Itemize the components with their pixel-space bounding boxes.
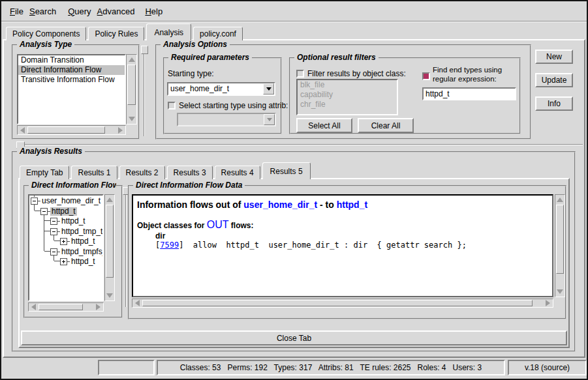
list-item-disabled: capability [298, 90, 397, 100]
analysis-type-listbox[interactable]: Domain Transition Direct Information Flo… [17, 54, 126, 124]
tree-line [54, 261, 60, 261]
object-classes-suffix: flows: [229, 221, 254, 230]
tree-node-label[interactable]: httpd_tmp_t [60, 227, 104, 236]
tree-node[interactable]: httpd_tmp_t [50, 227, 104, 236]
optional-result-filters-title: Optional result filters [294, 53, 379, 62]
menu-help[interactable]: Help [145, 7, 162, 16]
scroll-thumb[interactable] [27, 126, 105, 134]
tree-node-label[interactable]: user_home_dir_t [40, 197, 102, 205]
tree-expand-icon[interactable] [60, 258, 67, 265]
menu-advanced[interactable]: Advanced [97, 7, 135, 16]
tree-line [44, 251, 50, 252]
tree-node[interactable]: httpd_tmpfs_t [50, 248, 104, 256]
scroll-up-arrow-icon[interactable] [105, 195, 114, 204]
results-sash-line[interactable] [25, 144, 583, 145]
tree-expand-icon[interactable] [60, 238, 67, 245]
attrib-checkbox[interactable] [168, 102, 176, 110]
pane-sash-grip[interactable] [141, 46, 148, 54]
scroll-right-arrow-icon[interactable] [544, 299, 553, 307]
tab-analysis[interactable]: Analysis [146, 23, 191, 40]
list-item-selected[interactable]: Direct Information Flow [18, 65, 125, 75]
scroll-thumb[interactable] [106, 205, 114, 278]
info-button[interactable]: Info [535, 96, 573, 111]
tree-node[interactable]: httpd_t [50, 217, 87, 226]
starting-type-value: user_home_dir_t [168, 83, 263, 95]
tree-node-label[interactable]: httpd_t [70, 237, 97, 246]
results-tab-3[interactable]: Results 3 [167, 166, 213, 179]
tab-policy-components[interactable]: Policy Components [6, 27, 86, 40]
required-parameters-frame: Required parameters Starting type: user_… [163, 57, 282, 134]
regex-input[interactable] [422, 87, 516, 100]
tree-collapse-icon[interactable] [40, 208, 48, 215]
tree-hscrollbar[interactable] [28, 302, 104, 312]
scroll-thumb[interactable] [556, 205, 564, 274]
menu-query[interactable]: Query [68, 7, 91, 16]
select-all-button[interactable]: Select All [296, 118, 352, 133]
starting-type-combobox[interactable]: user_home_dir_t [167, 82, 275, 96]
tree-data-sash-line[interactable] [125, 195, 127, 307]
scroll-left-arrow-icon[interactable] [29, 303, 38, 311]
regex-checkbox[interactable] [422, 72, 430, 80]
results-tab-empty[interactable]: Empty Tab [20, 166, 69, 179]
results-tab-1[interactable]: Results 1 [71, 166, 117, 179]
analysis-type-hscrollbar[interactable] [17, 125, 126, 135]
scroll-up-arrow-icon[interactable] [127, 55, 136, 64]
apol-window: File Search Query Advanced Help Policy C… [0, 0, 588, 380]
scroll-down-arrow-icon[interactable] [127, 115, 136, 124]
data-hscrollbar[interactable] [132, 299, 553, 308]
results-tab-4[interactable]: Results 4 [215, 166, 260, 179]
tree-node[interactable]: httpd_t [60, 237, 97, 246]
flow-data-frame: Direct Information Flow Data Information… [128, 185, 566, 319]
scroll-down-arrow-icon[interactable] [555, 287, 565, 297]
tree-node-label[interactable]: httpd_t [60, 217, 87, 226]
dropdown-arrow-icon[interactable] [263, 83, 274, 95]
clear-all-button[interactable]: Clear All [358, 118, 414, 133]
tree-line [44, 231, 50, 231]
scroll-thumb[interactable] [142, 300, 533, 306]
tree-node[interactable]: user_home_dir_t [31, 197, 102, 205]
tab-policy-rules[interactable]: Policy Rules [88, 27, 144, 40]
tree-node[interactable]: httpd_t [40, 207, 77, 216]
rule-number-link[interactable]: 7599 [160, 241, 179, 250]
flow-tree[interactable]: user_home_dir_t httpd_t httpd_t htt [28, 194, 104, 301]
flow-data-header: Information flows out of user_home_dir_t… [137, 199, 367, 210]
scroll-thumb[interactable] [127, 65, 136, 105]
flow-data-text[interactable]: Information flows out of user_home_dir_t… [132, 194, 553, 297]
tree-node-label[interactable]: httpd_t [70, 257, 97, 266]
tab-policy-conf[interactable]: policy.conf [193, 27, 243, 40]
tab-label: Results 4 [221, 168, 254, 177]
tree-node-label-selected[interactable]: httpd_t [50, 207, 77, 216]
tree-vscrollbar[interactable] [104, 194, 115, 301]
scroll-left-arrow-icon[interactable] [18, 126, 27, 134]
pane-sash-line[interactable] [144, 54, 145, 136]
data-vscrollbar[interactable] [555, 194, 565, 297]
menu-file[interactable]: File [10, 7, 23, 16]
scroll-up-arrow-icon[interactable] [555, 195, 565, 204]
list-item[interactable]: Domain Transition [18, 55, 125, 65]
list-item[interactable]: Transitive Information Flow [18, 75, 125, 85]
tree-collapse-icon[interactable] [50, 218, 57, 225]
tree-node-label[interactable]: httpd_tmpfs_t [60, 248, 104, 256]
close-tab-button[interactable]: Close Tab [21, 330, 567, 345]
attrib-checkbox-label: Select starting type using attrib: [179, 101, 288, 110]
optional-result-filters-frame: Optional result filters Filter results b… [289, 57, 521, 134]
scroll-thumb[interactable] [39, 304, 83, 310]
filter-object-class-checkbox[interactable] [296, 70, 304, 78]
analysis-type-vscrollbar[interactable] [126, 54, 137, 124]
scroll-right-arrow-icon[interactable] [116, 126, 125, 134]
list-item-disabled: blk_file [298, 80, 397, 90]
tree-collapse-icon[interactable] [50, 228, 57, 235]
scroll-left-arrow-icon[interactable] [132, 299, 142, 307]
analysis-type-frame: Analysis Type Domain Transition Direct I… [12, 44, 140, 139]
scroll-right-arrow-icon[interactable] [94, 303, 103, 311]
menu-search[interactable]: Search [29, 7, 56, 16]
tree-collapse-icon[interactable] [50, 248, 57, 256]
tree-node[interactable]: httpd_t [60, 257, 97, 266]
scroll-down-arrow-icon[interactable] [105, 291, 114, 300]
update-button[interactable]: Update [535, 73, 573, 87]
results-tab-5[interactable]: Results 5 [262, 162, 311, 179]
tree-collapse-icon[interactable] [31, 197, 38, 205]
results-tab-2[interactable]: Results 2 [119, 166, 165, 179]
new-button[interactable]: New [535, 50, 573, 64]
tab-label: Analysis [154, 28, 183, 37]
